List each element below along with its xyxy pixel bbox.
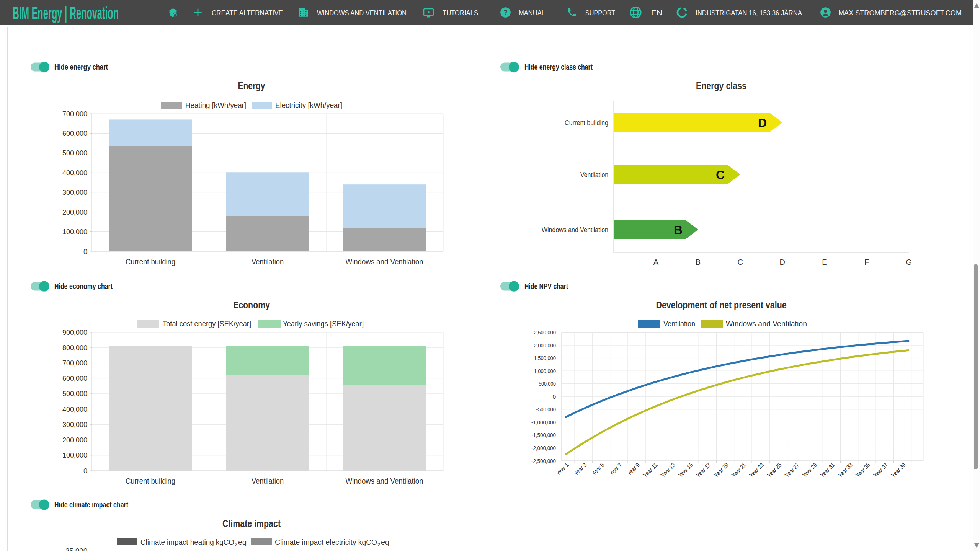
svg-text:Total cost energy [SEK/year]: Total cost energy [SEK/year] [163, 320, 251, 328]
svg-text:800,000: 800,000 [62, 344, 87, 352]
svg-text:Hide energy class chart: Hide energy class chart [524, 63, 593, 71]
svg-text:Energy: Energy [238, 80, 265, 91]
svg-text:Windows and Ventilation: Windows and Ventilation [726, 320, 807, 328]
svg-text:Year 9: Year 9 [626, 461, 641, 477]
svg-text:500,000: 500,000 [62, 390, 87, 398]
svg-text:Year 15: Year 15 [677, 461, 694, 478]
svg-text:C: C [716, 168, 725, 182]
svg-text:Electricity [kWh/year]: Electricity [kWh/year] [275, 101, 342, 109]
svg-text:Year 17: Year 17 [695, 461, 712, 478]
svg-text:-2,000,000: -2,000,000 [531, 445, 556, 451]
svg-text:G: G [906, 258, 912, 266]
svg-text:Yearly savings [SEK/year]: Yearly savings [SEK/year] [283, 320, 364, 328]
svg-text:WINDOWS AND VENTILATION: WINDOWS AND VENTILATION [317, 9, 407, 17]
svg-text:400,000: 400,000 [62, 406, 87, 413]
svg-text:700,000: 700,000 [62, 110, 87, 118]
svg-text:-1,000,000: -1,000,000 [531, 419, 556, 425]
svg-text:Year 39: Year 39 [890, 461, 906, 478]
svg-text:Hide economy chart: Hide economy chart [54, 282, 113, 290]
svg-text:eq: eq [381, 538, 389, 546]
svg-text:700,000: 700,000 [62, 359, 87, 367]
svg-text:Current building: Current building [126, 258, 175, 266]
svg-text:900,000: 900,000 [62, 329, 87, 336]
svg-text:B: B [674, 223, 683, 237]
svg-text:Climate impact: Climate impact [222, 518, 281, 529]
svg-text:35,000: 35,000 [65, 547, 87, 551]
svg-text:SUPPORT: SUPPORT [585, 9, 615, 17]
svg-text:2,000,000: 2,000,000 [534, 342, 556, 349]
svg-text:Ventilation: Ventilation [252, 477, 284, 485]
svg-text:B: B [696, 258, 701, 266]
svg-text:Ventilation: Ventilation [252, 258, 284, 266]
svg-text:Development of net present val: Development of net present value [656, 299, 787, 311]
svg-text:Year 37: Year 37 [872, 461, 889, 478]
svg-text:Hide energy chart: Hide energy chart [54, 63, 108, 71]
svg-text:2: 2 [235, 542, 237, 548]
svg-text:0: 0 [83, 467, 87, 475]
svg-text:eq: eq [238, 538, 247, 546]
svg-text:Climate impact heating kgCO: Climate impact heating kgCO [140, 538, 234, 546]
svg-text:Year 23: Year 23 [748, 461, 765, 478]
svg-text:Current building: Current building [565, 119, 608, 127]
svg-text:?: ? [503, 9, 508, 16]
svg-text:-1,500,000: -1,500,000 [531, 432, 556, 438]
svg-text:Energy class: Energy class [696, 80, 746, 91]
svg-text:Year 3: Year 3 [573, 461, 588, 477]
svg-text:Year 27: Year 27 [784, 461, 800, 478]
svg-text:500,000: 500,000 [62, 149, 87, 157]
svg-text:Year 13: Year 13 [659, 461, 676, 478]
svg-text:2,500,000: 2,500,000 [534, 329, 556, 336]
svg-text:Year 21: Year 21 [730, 461, 747, 478]
svg-text:-2,500,000: -2,500,000 [531, 458, 556, 464]
svg-text:Current building: Current building [126, 477, 175, 485]
svg-text:2: 2 [377, 542, 380, 548]
svg-text:F: F [864, 258, 869, 266]
svg-text:Windows and Ventilation: Windows and Ventilation [542, 226, 608, 234]
svg-text:Economy: Economy [233, 299, 270, 311]
svg-text:E: E [822, 258, 827, 266]
svg-text:Year 29: Year 29 [801, 461, 818, 478]
svg-text:1,500,000: 1,500,000 [534, 355, 556, 361]
svg-text:1,000,000: 1,000,000 [534, 368, 556, 374]
svg-text:BIM Energy | Renovation: BIM Energy | Renovation [13, 3, 119, 23]
svg-text:Year 35: Year 35 [854, 461, 871, 478]
svg-text:Year 11: Year 11 [642, 461, 658, 478]
svg-text:Year 1: Year 1 [555, 461, 570, 477]
svg-text:Year 25: Year 25 [766, 461, 782, 478]
svg-text:A: A [653, 258, 659, 266]
svg-text:200,000: 200,000 [62, 209, 87, 216]
svg-text:200,000: 200,000 [62, 436, 87, 444]
svg-text:Hide NPV chart: Hide NPV chart [524, 282, 568, 290]
svg-text:600,000: 600,000 [62, 375, 87, 382]
svg-text:Year 7: Year 7 [608, 461, 623, 477]
svg-text:-500,000: -500,000 [536, 406, 556, 412]
svg-text:100,000: 100,000 [62, 452, 87, 459]
svg-text:Heating [kWh/year]: Heating [kWh/year] [185, 101, 246, 109]
svg-text:MAX.STROMBERG@STRUSOFT.COM: MAX.STROMBERG@STRUSOFT.COM [838, 9, 962, 17]
svg-text:Windows and Ventilation: Windows and Ventilation [346, 258, 423, 266]
svg-text:Climate impact electricity kgC: Climate impact electricity kgCO [275, 538, 377, 546]
svg-text:MANUAL: MANUAL [519, 9, 545, 17]
svg-text:600,000: 600,000 [62, 130, 87, 137]
svg-text:Year 19: Year 19 [712, 461, 729, 478]
svg-text:300,000: 300,000 [62, 421, 87, 429]
svg-text:Year 33: Year 33 [836, 461, 853, 478]
svg-text:500,000: 500,000 [539, 380, 556, 387]
svg-text:100,000: 100,000 [62, 228, 87, 236]
svg-text:CREATE ALTERNATIVE: CREATE ALTERNATIVE [212, 9, 283, 17]
svg-text:TUTORIALS: TUTORIALS [443, 9, 478, 17]
svg-text:Ventilation: Ventilation [663, 320, 695, 328]
svg-text:300,000: 300,000 [62, 189, 87, 196]
svg-text:Ventilation: Ventilation [580, 171, 608, 179]
svg-text:0: 0 [552, 393, 556, 400]
svg-text:Hide climate impact chart: Hide climate impact chart [54, 500, 128, 509]
svg-text:400,000: 400,000 [62, 169, 87, 177]
svg-text:C: C [737, 258, 743, 266]
svg-text:Year 5: Year 5 [590, 461, 606, 477]
svg-text:0: 0 [83, 248, 87, 256]
svg-text:Year 31: Year 31 [819, 461, 836, 478]
svg-text:D: D [780, 258, 785, 266]
svg-text:Windows and Ventilation: Windows and Ventilation [346, 477, 423, 485]
svg-text:D: D [758, 116, 767, 130]
svg-text:EN: EN [651, 9, 662, 17]
